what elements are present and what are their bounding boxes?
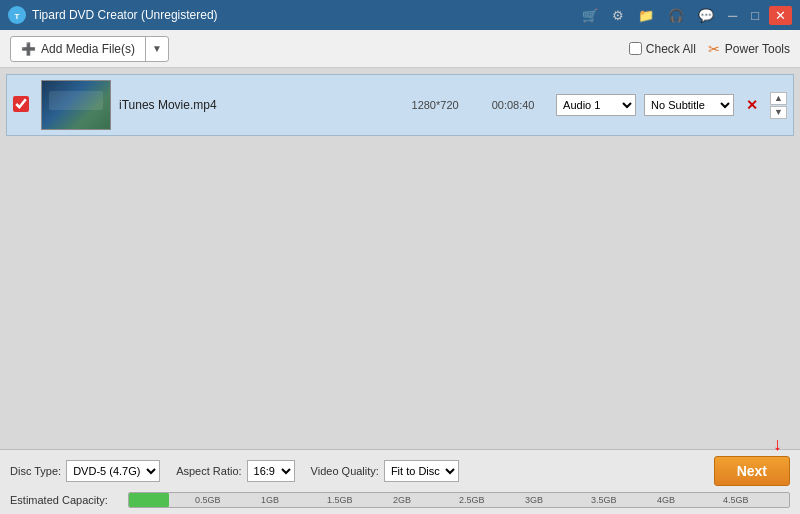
main-content: ↑ iTunes Movie.mp4 1280*720 00:08:40 Aud… [0,68,800,449]
check-all-checkbox[interactable] [629,42,642,55]
power-tools-button[interactable]: ✂ Power Tools [708,41,790,57]
video-quality-select[interactable]: Fit to Disc High Medium Low [384,460,459,482]
bottom-controls-row: Disc Type: DVD-5 (4.7G) DVD-9 (8.5G) Asp… [10,456,790,486]
video-quality-group: Video Quality: Fit to Disc High Medium L… [311,460,459,482]
maximize-btn[interactable]: □ [747,6,763,25]
next-button-wrapper: ↓ Next [714,456,790,486]
disc-type-label: Disc Type: [10,465,61,477]
title-bar: T Tipard DVD Creator (Unregistered) 🛒 ⚙ … [0,0,800,30]
media-remove-button[interactable]: ✕ [742,97,762,113]
disc-type-select[interactable]: DVD-5 (4.7G) DVD-9 (8.5G) [66,460,160,482]
tick-4.5gb: 4.5GB [723,495,749,505]
svg-text:T: T [15,12,20,21]
tick-3gb: 3GB [525,495,543,505]
media-audio-select[interactable]: Audio 1 [556,94,636,116]
add-media-label: Add Media File(s) [41,42,135,56]
power-tools-label: Power Tools [725,42,790,56]
media-filename: iTunes Movie.mp4 [119,98,392,112]
speech-icon[interactable]: 💬 [694,6,718,25]
headset-icon[interactable]: 🎧 [664,6,688,25]
media-resolution: 1280*720 [400,99,470,111]
power-tools-icon: ✂ [708,41,720,57]
aspect-ratio-group: Aspect Ratio: 16:9 4:3 [176,460,294,482]
toolbar: ➕ Add Media File(s) ▼ Check All ✂ Power … [0,30,800,68]
disc-type-group: Disc Type: DVD-5 (4.7G) DVD-9 (8.5G) [10,460,160,482]
media-item-checkbox[interactable] [13,96,29,112]
media-checkbox-wrapper: ↑ [13,96,33,115]
app-title: Tipard DVD Creator (Unregistered) [32,8,578,22]
tick-3.5gb: 3.5GB [591,495,617,505]
capacity-bar: 0.5GB 1GB 1.5GB 2GB 2.5GB 3GB 3.5GB 4GB … [128,492,790,508]
tick-2.5gb: 2.5GB [459,495,485,505]
check-all-label[interactable]: Check All [629,42,696,56]
add-media-button[interactable]: ➕ Add Media File(s) ▼ [10,36,169,62]
next-arrow-indicator: ↓ [773,434,782,455]
estimated-capacity-label: Estimated Capacity: [10,494,120,506]
tick-2gb: 2GB [393,495,411,505]
check-all-text: Check All [646,42,696,56]
add-media-main[interactable]: ➕ Add Media File(s) [11,37,146,61]
video-quality-label: Video Quality: [311,465,379,477]
media-subtitle-select[interactable]: No Subtitle [644,94,734,116]
tick-4gb: 4GB [657,495,675,505]
media-thumbnail [41,80,111,130]
toolbar-right: Check All ✂ Power Tools [629,41,790,57]
capacity-bar-fill [129,493,169,507]
media-item-row: ↑ iTunes Movie.mp4 1280*720 00:08:40 Aud… [6,74,794,136]
media-move-up[interactable]: ▲ [770,92,787,105]
aspect-ratio-label: Aspect Ratio: [176,465,241,477]
media-move-down[interactable]: ▼ [770,106,787,119]
cart-icon[interactable]: 🛒 [578,6,602,25]
close-btn[interactable]: ✕ [769,6,792,25]
thumbnail-image [42,81,110,129]
aspect-ratio-select[interactable]: 16:9 4:3 [247,460,295,482]
add-media-dropdown-arrow[interactable]: ▼ [146,37,168,61]
tick-1.5gb: 1.5GB [327,495,353,505]
bottom-bar: Disc Type: DVD-5 (4.7G) DVD-9 (8.5G) Asp… [0,449,800,514]
tick-1gb: 1GB [261,495,279,505]
folder-icon[interactable]: 📁 [634,6,658,25]
window-controls: 🛒 ⚙ 📁 🎧 💬 ─ □ ✕ [578,6,792,25]
settings-icon[interactable]: ⚙ [608,6,628,25]
app-logo: T [8,6,26,24]
add-icon: ➕ [21,42,36,56]
minimize-btn[interactable]: ─ [724,6,741,25]
capacity-row: Estimated Capacity: 0.5GB 1GB 1.5GB 2GB … [10,492,790,508]
next-button[interactable]: Next [714,456,790,486]
media-duration: 00:08:40 [478,99,548,111]
tick-0.5gb: 0.5GB [195,495,221,505]
media-order-arrows: ▲ ▼ [770,92,787,119]
